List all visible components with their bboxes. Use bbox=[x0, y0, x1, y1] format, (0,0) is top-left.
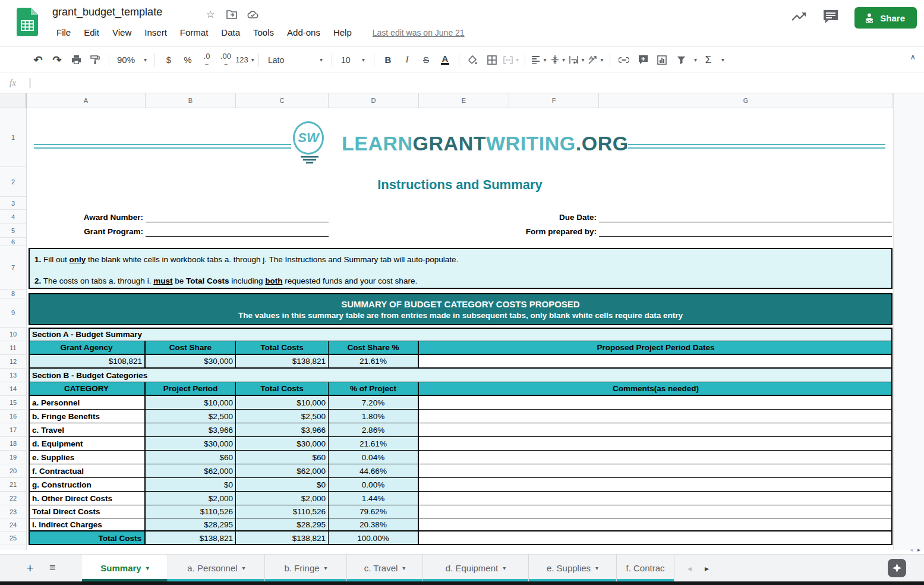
pct-cell[interactable]: 20.38% bbox=[329, 518, 419, 531]
total-costs-cell[interactable]: $60 bbox=[236, 451, 329, 464]
number-format-select[interactable]: 123▾ bbox=[235, 52, 254, 68]
star-icon[interactable]: ☆ bbox=[204, 8, 216, 20]
total-costs-cell[interactable]: $62,000 bbox=[236, 464, 329, 478]
category-cell[interactable]: a. Personnel bbox=[29, 396, 146, 410]
increase-decimals-icon[interactable]: .00→ bbox=[216, 52, 235, 68]
cloud-status-icon[interactable] bbox=[247, 8, 259, 20]
print-icon[interactable] bbox=[67, 52, 86, 68]
category-cell[interactable]: g. Construction bbox=[29, 478, 146, 492]
total-comment[interactable] bbox=[419, 531, 893, 545]
column-header-f[interactable]: F bbox=[509, 93, 599, 108]
hscroll-right-icon[interactable]: ▸ bbox=[917, 546, 920, 553]
sheets-logo-icon[interactable] bbox=[17, 8, 38, 36]
project-period-cell[interactable]: $62,000 bbox=[146, 464, 236, 478]
row-header-9[interactable]: 9 bbox=[0, 298, 26, 328]
award-number-field[interactable] bbox=[146, 210, 329, 222]
row-header-1[interactable]: 1 bbox=[0, 108, 26, 167]
menu-addons[interactable]: Add-ons bbox=[282, 26, 326, 39]
pct-cell[interactable]: 44.66% bbox=[329, 464, 419, 478]
row-header-14[interactable]: 14 bbox=[0, 382, 26, 396]
menu-data[interactable]: Data bbox=[216, 26, 245, 39]
text-wrap-icon[interactable]: ▾ bbox=[567, 52, 586, 68]
comment-cell[interactable] bbox=[419, 478, 893, 492]
menu-help[interactable]: Help bbox=[328, 26, 357, 39]
category-cell[interactable]: i. Indirect Charges bbox=[29, 518, 146, 531]
due-date-field[interactable] bbox=[599, 210, 892, 222]
row-header-7[interactable]: 7 bbox=[0, 246, 26, 290]
menu-tools[interactable]: Tools bbox=[248, 26, 279, 39]
total-costs-label[interactable]: Total Costs bbox=[29, 531, 146, 545]
section-a-header[interactable]: Cost Share % bbox=[329, 341, 419, 355]
sheet-tab-a-personnel[interactable]: a. Personnel▾ bbox=[168, 555, 265, 581]
menu-format[interactable]: Format bbox=[175, 26, 214, 39]
total-project-period[interactable]: $138,821 bbox=[146, 531, 236, 545]
tab-dropdown-icon[interactable]: ▾ bbox=[595, 565, 598, 571]
font-size-select[interactable]: 10▾ bbox=[336, 52, 370, 68]
row-header-5[interactable]: 5 bbox=[0, 224, 26, 238]
row-header-17[interactable]: 17 bbox=[0, 423, 26, 437]
project-period-cell[interactable]: $10,000 bbox=[146, 396, 236, 410]
project-period-dates-cell[interactable] bbox=[419, 355, 893, 369]
column-header-d[interactable]: D bbox=[329, 93, 419, 108]
sheet-tab-e-supplies[interactable]: e. Supplies▾ bbox=[529, 555, 617, 581]
comment-cell[interactable] bbox=[419, 518, 893, 531]
text-rotation-icon[interactable]: ▾ bbox=[586, 52, 606, 68]
total-costs-cell[interactable]: $0 bbox=[236, 478, 329, 492]
project-period-cell[interactable]: $0 bbox=[146, 478, 236, 492]
form-prepared-field[interactable] bbox=[599, 225, 892, 237]
pct-of-project-header[interactable]: % of Project bbox=[329, 382, 419, 396]
share-button[interactable]: Share bbox=[854, 7, 917, 29]
row-header-8[interactable]: 8 bbox=[0, 290, 26, 298]
section-a-header[interactable]: Grant Agency bbox=[29, 341, 146, 355]
menu-view[interactable]: View bbox=[107, 26, 137, 39]
all-sheets-icon[interactable]: ≡ bbox=[49, 562, 56, 574]
cost-share-pct-value[interactable]: 21.61% bbox=[329, 355, 419, 369]
comment-cell[interactable] bbox=[419, 396, 893, 410]
vertical-scrollbar[interactable] bbox=[893, 93, 924, 550]
comment-cell[interactable] bbox=[419, 492, 893, 505]
comment-cell[interactable] bbox=[419, 437, 893, 451]
horizontal-align-icon[interactable]: ▾ bbox=[529, 52, 548, 68]
italic-icon[interactable]: I bbox=[398, 52, 417, 68]
comment-cell[interactable] bbox=[419, 423, 893, 437]
row-header-4[interactable]: 4 bbox=[0, 210, 26, 224]
pct-cell[interactable]: 1.44% bbox=[329, 492, 419, 505]
strikethrough-icon[interactable]: S bbox=[417, 52, 436, 68]
total-costs-cell[interactable]: $28,295 bbox=[236, 518, 329, 531]
comment-cell[interactable] bbox=[419, 505, 893, 518]
pct-cell[interactable]: 0.04% bbox=[329, 451, 419, 464]
row-header-24[interactable]: 24 bbox=[0, 518, 26, 531]
total-costs-cell[interactable]: $30,000 bbox=[236, 437, 329, 451]
tabs-scroll-left-icon[interactable]: ◂ bbox=[688, 564, 692, 573]
pct-cell[interactable]: 1.80% bbox=[329, 410, 419, 423]
insert-comment-icon[interactable] bbox=[633, 52, 652, 68]
grant-agency-value[interactable]: $108,821 bbox=[29, 355, 146, 369]
total-total-costs[interactable]: $138,821 bbox=[236, 531, 329, 545]
last-edit-status[interactable]: Last edit was on June 21 bbox=[373, 28, 465, 37]
section-a-header[interactable]: Proposed Project Period Dates bbox=[419, 341, 893, 355]
sheet-tab-c-travel[interactable]: c. Travel▾ bbox=[347, 555, 423, 581]
fill-color-icon[interactable] bbox=[463, 52, 483, 68]
cost-share-value[interactable]: $30,000 bbox=[146, 355, 236, 369]
total-costs-cell[interactable]: $110,526 bbox=[236, 505, 329, 518]
insert-chart-icon[interactable] bbox=[652, 52, 671, 68]
category-cell[interactable]: d. Equipment bbox=[29, 437, 146, 451]
category-cell[interactable]: Total Direct Costs bbox=[29, 505, 146, 518]
add-sheet-icon[interactable]: + bbox=[27, 561, 34, 575]
section-a-label[interactable]: Section A - Budget Summary bbox=[29, 328, 893, 341]
project-period-cell[interactable]: $110,526 bbox=[146, 505, 236, 518]
borders-icon[interactable] bbox=[483, 52, 502, 68]
row-header-23[interactable]: 23 bbox=[0, 505, 26, 518]
total-costs-cell[interactable]: $2,000 bbox=[236, 492, 329, 505]
tab-dropdown-icon[interactable]: ▾ bbox=[242, 565, 245, 571]
column-header-g[interactable]: G bbox=[599, 93, 893, 108]
sheet-tab-f-contrac[interactable]: f. Contrac bbox=[617, 555, 674, 581]
insert-link-icon[interactable] bbox=[614, 52, 633, 68]
project-period-cell[interactable]: $30,000 bbox=[146, 437, 236, 451]
functions-dropdown-icon[interactable]: ▾ bbox=[718, 52, 726, 68]
project-period-cell[interactable]: $2,500 bbox=[146, 410, 236, 423]
filter-icon[interactable] bbox=[671, 52, 690, 68]
explore-button[interactable] bbox=[888, 559, 906, 577]
project-period-cell[interactable]: $3,966 bbox=[146, 423, 236, 437]
move-to-folder-icon[interactable] bbox=[226, 8, 238, 20]
